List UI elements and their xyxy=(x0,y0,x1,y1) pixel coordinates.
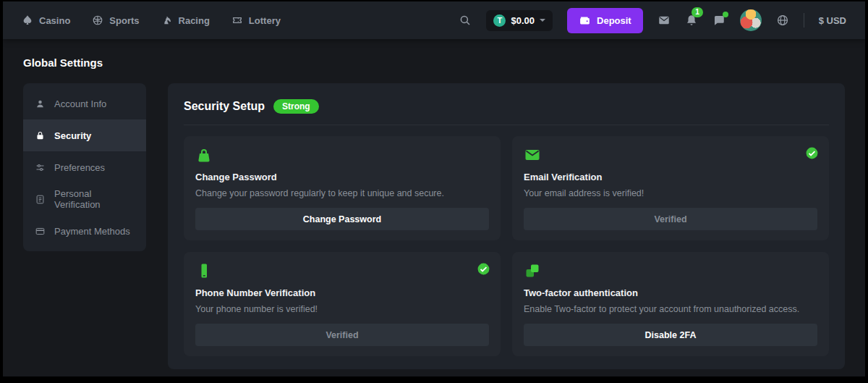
email-verification-card: Email Verification Your email address is… xyxy=(512,136,829,240)
strength-badge: Strong xyxy=(273,99,319,114)
nav-item-label: Casino xyxy=(39,15,70,26)
page-title: Global Settings xyxy=(23,56,845,69)
primary-nav: Casino Sports Racing Lottery xyxy=(22,14,281,26)
settings-sidebar: Account Info Security Preferences xyxy=(23,83,146,251)
card-description: Your email address is verified! xyxy=(524,188,817,198)
nav-item-racing[interactable]: Racing xyxy=(161,14,210,26)
card-description: Your phone number is verified! xyxy=(195,304,489,314)
phone-verification-card: Phone Number Verification Your phone num… xyxy=(184,252,501,356)
email-verified-button[interactable]: Verified xyxy=(524,208,817,230)
sidebar-item-label: Preferences xyxy=(54,162,105,173)
lock-icon xyxy=(35,130,46,141)
navbar: Casino Sports Racing Lottery xyxy=(3,1,865,39)
tether-icon: T xyxy=(493,14,506,27)
sidebar-item-label: Security xyxy=(54,130,91,141)
card-description: Change your password regularly to keep i… xyxy=(195,188,489,198)
change-password-card: Change Password Change your password reg… xyxy=(184,136,501,240)
navbar-divider xyxy=(804,13,804,28)
card-title: Email Verification xyxy=(524,172,817,182)
nav-item-lottery[interactable]: Lottery xyxy=(231,14,281,26)
two-factor-card: Two-factor authentication Enable Two-fac… xyxy=(512,252,829,356)
notification-badge: 1 xyxy=(692,7,703,17)
balance-amount: $0.00 xyxy=(511,15,535,26)
phone-verified-button[interactable]: Verified xyxy=(195,324,489,346)
wallet-icon xyxy=(579,14,591,27)
app-window: Casino Sports Racing Lottery xyxy=(3,1,865,376)
sports-ball-icon xyxy=(92,14,103,26)
chevron-down-icon xyxy=(540,19,545,22)
disable-2fa-button[interactable]: Disable 2FA xyxy=(524,324,817,346)
check-circle-icon xyxy=(805,146,819,160)
padlock-bag-icon xyxy=(195,146,489,164)
sidebar-item-label: Personal Verification xyxy=(54,188,135,210)
ticket-icon xyxy=(231,14,243,26)
currency-selector[interactable]: $ USD xyxy=(819,15,846,26)
nav-item-sports[interactable]: Sports xyxy=(92,14,139,26)
deposit-label: Deposit xyxy=(597,15,631,26)
nav-item-label: Racing xyxy=(179,15,210,26)
envelope-icon xyxy=(524,146,817,164)
divider xyxy=(184,125,829,125)
casino-spade-icon xyxy=(22,14,33,26)
sidebar-item-label: Payment Methods xyxy=(54,226,130,237)
nav-item-label: Sports xyxy=(109,15,139,26)
search-icon[interactable] xyxy=(459,14,472,27)
sidebar-item-account-info[interactable]: Account Info xyxy=(23,88,146,119)
credit-card-icon xyxy=(35,226,46,237)
sliders-icon xyxy=(35,162,46,173)
card-description: Enable Two-factor to protect your accoun… xyxy=(524,304,817,314)
security-setup-panel: Security Setup Strong Change Password Ch… xyxy=(168,83,845,369)
avatar[interactable] xyxy=(740,9,762,31)
sidebar-item-security[interactable]: Security xyxy=(23,119,146,151)
sidebar-item-preferences[interactable]: Preferences xyxy=(23,151,146,183)
section-title: Security Setup xyxy=(184,100,265,113)
content-area: Global Settings Account Info Security xyxy=(3,39,865,369)
balance-selector[interactable]: T $0.00 xyxy=(486,10,553,31)
card-title: Change Password xyxy=(195,172,489,182)
person-icon xyxy=(35,98,46,109)
navbar-right: T $0.00 Deposit 1 xyxy=(459,8,846,33)
nav-item-label: Lottery xyxy=(249,15,281,26)
phone-icon xyxy=(195,262,489,279)
check-circle-icon xyxy=(477,262,490,276)
change-password-button[interactable]: Change Password xyxy=(195,208,489,230)
bell-icon[interactable]: 1 xyxy=(685,14,698,27)
horse-icon xyxy=(161,14,173,26)
sidebar-item-label: Account Info xyxy=(54,98,106,109)
chat-icon[interactable] xyxy=(712,14,726,27)
inbox-icon[interactable] xyxy=(658,14,671,27)
nav-item-casino[interactable]: Casino xyxy=(22,14,70,26)
deposit-button[interactable]: Deposit xyxy=(567,8,643,33)
card-title: Phone Number Verification xyxy=(195,287,489,298)
card-title: Two-factor authentication xyxy=(524,287,817,298)
sidebar-item-personal-verification[interactable]: Personal Verification xyxy=(23,183,146,215)
sidebar-item-payment-methods[interactable]: Payment Methods xyxy=(23,215,146,247)
document-icon xyxy=(35,194,46,205)
globe-icon[interactable] xyxy=(776,14,789,27)
security-card-grid: Change Password Change your password reg… xyxy=(184,136,829,356)
online-dot xyxy=(723,12,728,17)
cubes-icon xyxy=(524,262,817,279)
